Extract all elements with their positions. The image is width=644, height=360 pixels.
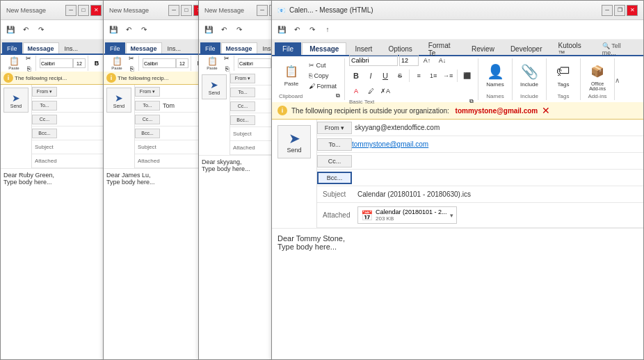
tab-insert-1[interactable]: Ins... (60, 42, 83, 54)
bold-btn-4[interactable]: B (349, 69, 363, 83)
redo-icon-1[interactable]: ↷ (34, 23, 48, 37)
paste-btn-2[interactable]: 📋 Paste (107, 56, 127, 71)
tab-kutools-4[interactable]: Kutools ™ (550, 42, 593, 55)
undo-icon-1[interactable]: ↶ (19, 23, 33, 37)
cut-btn-4[interactable]: ✂ Cut (305, 60, 340, 70)
redo-icon-3[interactable]: ↷ (232, 23, 246, 37)
warning-close-4[interactable]: ✕ (542, 105, 550, 116)
to-btn-2[interactable]: To... (135, 101, 160, 111)
to-value-4[interactable]: tommystone@gmail.com (352, 140, 428, 148)
strikethrough-btn-4[interactable]: S (393, 69, 407, 83)
font-size-input-4[interactable]: 12 (399, 55, 419, 66)
names-btn-4[interactable]: 👤 Names (483, 60, 508, 93)
restore-btn-4[interactable]: ❐ (614, 5, 625, 16)
font-size-2[interactable]: 12 (176, 58, 188, 68)
ribbon-collapse-4[interactable]: ∧ (615, 75, 620, 84)
office-addins-btn-4[interactable]: 📦 OfficeAdd-ins (585, 60, 610, 93)
tab-file-3[interactable]: File (200, 42, 220, 54)
undo-icon-2[interactable]: ↶ (122, 23, 136, 37)
copy-btn-1[interactable]: ⎘ (24, 64, 33, 74)
bullet-btn-4[interactable]: ≡ (412, 69, 426, 83)
bcc-btn-2[interactable]: Bcc... (135, 129, 160, 138)
font-name-input-4[interactable]: Calibri (349, 55, 398, 66)
paste-btn-1[interactable]: 📋 Paste (4, 56, 24, 71)
cc-btn-4[interactable]: Cc... (317, 155, 352, 167)
font-color-btn-4[interactable]: A (349, 84, 363, 98)
tell-me-4[interactable]: 🔍 Tell me... (595, 42, 640, 55)
close-btn-1[interactable]: ✕ (90, 5, 102, 16)
bcc-btn-1[interactable]: Bcc... (32, 129, 57, 138)
cc-btn-2[interactable]: Cc... (135, 115, 160, 124)
save-icon-2[interactable]: 💾 (106, 23, 120, 37)
to-btn-1[interactable]: To... (32, 101, 57, 111)
copy-btn-2[interactable]: ⎘ (127, 64, 136, 74)
send-btn-3[interactable]: ➤ Send (202, 74, 227, 99)
maximize-btn-1[interactable]: □ (78, 5, 89, 16)
to-btn-4[interactable]: To... (317, 138, 352, 151)
underline-btn-4[interactable]: U (378, 69, 392, 83)
cc-btn-3[interactable]: Cc... (230, 101, 255, 111)
number-btn-4[interactable]: 1≡ (426, 69, 440, 83)
minimize-btn-4[interactable]: ─ (602, 5, 613, 16)
cc-input-4[interactable] (352, 155, 643, 167)
tags-btn-4[interactable]: 🏷 Tags (551, 60, 576, 93)
italic-btn-4[interactable]: I (364, 69, 378, 83)
cc-btn-1[interactable]: Cc... (32, 115, 57, 124)
bcc-btn-3[interactable]: Bcc... (230, 115, 255, 125)
tab-file-2[interactable]: File (105, 42, 125, 54)
bold-btn-1[interactable]: B (92, 58, 102, 68)
cut-btn-3[interactable]: ✂ (222, 54, 232, 63)
save-icon-1[interactable]: 💾 (3, 23, 17, 37)
redo-icon-2[interactable]: ↷ (137, 23, 151, 37)
undo-icon-4[interactable]: ↶ (290, 23, 304, 37)
font-name-3[interactable]: Calibri (238, 58, 271, 68)
redo-icon-4[interactable]: ↷ (305, 23, 319, 37)
undo-icon-3[interactable]: ↶ (217, 23, 231, 37)
font-grow-4[interactable]: A↑ (420, 54, 434, 67)
minimize-btn-1[interactable]: ─ (65, 5, 77, 16)
format-painter-btn-4[interactable]: 🖌 Format (305, 81, 340, 91)
from-btn-4[interactable]: From ▾ (317, 122, 352, 134)
clear-format-btn-4[interactable]: ✗A (378, 84, 392, 98)
send-toolbar-icon-4[interactable]: ↑ (321, 23, 335, 37)
send-btn-4[interactable]: ➤ Send (277, 125, 311, 158)
font-size-1[interactable]: 12 (73, 58, 86, 68)
basic-text-expand-4[interactable]: ⧉ (469, 98, 474, 105)
copy-btn-4[interactable]: ⎘ Copy (305, 71, 340, 81)
bcc-btn-4[interactable]: Bcc... (317, 172, 352, 184)
minimize-btn-2[interactable]: ─ (168, 5, 179, 16)
font-name-2[interactable]: Calibri (143, 58, 176, 68)
paste-large-btn-4[interactable]: 📋 Paste (279, 59, 304, 92)
attachment-box-4[interactable]: 📅 Calendar (20180101 - 2... 203 KB ▾ (357, 206, 457, 224)
attach-btn-4[interactable]: 📎 Include (517, 60, 542, 93)
indent-btn-4[interactable]: →≡ (441, 69, 455, 83)
cut-btn-2[interactable]: ✂ (127, 54, 136, 63)
font-name-1[interactable]: Calibri (40, 58, 73, 68)
body-1[interactable]: Dear Ruby Green,Type body here... (1, 168, 107, 224)
to-btn-3[interactable]: To... (230, 88, 255, 97)
from-btn-1[interactable]: From ▾ (32, 87, 57, 97)
from-btn-3[interactable]: From ▾ (230, 74, 255, 83)
close-btn-4[interactable]: ✕ (627, 5, 638, 16)
body-2[interactable]: Dear James Lu,Type body here... (104, 168, 210, 224)
from-btn-2[interactable]: From ▾ (135, 87, 160, 97)
align-left-4[interactable]: ⬛ (460, 69, 474, 83)
minimize-btn-3[interactable]: ─ (257, 5, 268, 16)
body-4[interactable]: Dear Tommy Stone,Type body here... (272, 228, 643, 297)
tab-insert-2[interactable]: Ins... (163, 42, 186, 54)
clipboard-expand-4[interactable]: ⧉ (336, 92, 340, 99)
tab-developer-4[interactable]: Developer (503, 42, 550, 55)
save-icon-4[interactable]: 💾 (275, 23, 289, 37)
send-btn-2[interactable]: ➤ Send (106, 88, 131, 113)
tab-message-2[interactable]: Message (126, 42, 162, 54)
send-btn-1[interactable]: ➤ Send (3, 88, 29, 113)
tab-file-1[interactable]: File (2, 42, 22, 54)
tab-message-3[interactable]: Message (221, 42, 257, 54)
attachment-dropdown-4[interactable]: ▾ (450, 212, 453, 219)
tab-message-4[interactable]: Message (302, 42, 346, 55)
highlight-btn-4[interactable]: 🖊 (364, 84, 378, 98)
from-input-4[interactable] (352, 122, 643, 134)
paste-btn-3[interactable]: 📋 Paste (202, 56, 222, 71)
tab-message-1[interactable]: Message (23, 42, 59, 54)
save-icon-3[interactable]: 💾 (202, 23, 216, 37)
